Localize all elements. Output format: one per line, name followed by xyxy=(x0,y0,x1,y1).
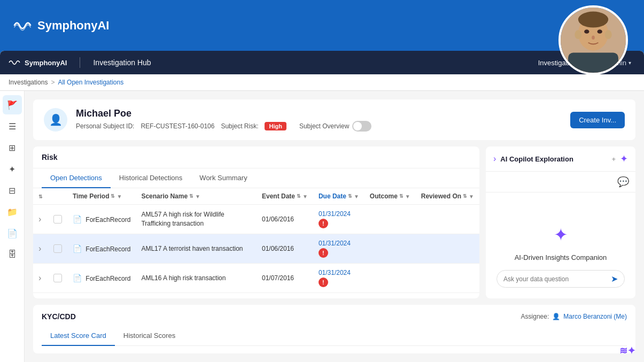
row-source-2: 📄 ForEachRecord xyxy=(67,264,136,293)
risk-tabs-row: Open Detections Historical Detections Wo… xyxy=(33,168,479,188)
ai-panel-title: AI Copilot Exploration xyxy=(500,155,607,163)
row-chevron-0[interactable]: › xyxy=(33,205,48,234)
profile-avatar-icon: 👤 xyxy=(49,113,63,126)
breadcrumb: Investigations > All Open Investigations xyxy=(0,74,644,91)
profile-risk-label: Subject Risk: xyxy=(221,122,258,130)
overdue-badge: ! xyxy=(319,248,328,258)
tab-historical-scores-label: Historical Scores xyxy=(123,332,176,340)
col-checkbox xyxy=(48,188,67,205)
svg-point-2 xyxy=(578,12,608,28)
symphony-watermark: ≋✦ xyxy=(619,345,635,357)
assignee-icon: 👤 xyxy=(552,313,560,320)
profile-id-label: Personal Subject ID: xyxy=(76,122,134,130)
ai-send-button[interactable]: ➤ xyxy=(611,274,618,284)
ai-panel-header: › AI Copilot Exploration + ✦ xyxy=(486,147,635,172)
row-due-date-1: 01/31/2024 ! xyxy=(313,234,364,264)
avatar-face xyxy=(561,7,626,73)
ai-data-question-input[interactable] xyxy=(503,275,607,283)
row-outcome-1 xyxy=(364,234,416,264)
profile-meta: Personal Subject ID: REF-CUSTEST-160-010… xyxy=(76,121,371,132)
ai-panel-body: ✦ AI-Driven Insights Companion ➤ xyxy=(486,192,635,298)
sidebar-item-flag[interactable]: 🚩 xyxy=(3,95,22,114)
ai-chat-bubble-icon[interactable]: 💬 xyxy=(617,176,629,188)
user-avatar xyxy=(558,5,628,75)
tab-open-detections[interactable]: Open Detections xyxy=(42,168,111,188)
ai-panel: › AI Copilot Exploration + ✦ 💬 ✦ AI-Driv… xyxy=(486,147,635,298)
table-row: › 📄 ForEachRecord AML57 A high risk for … xyxy=(33,205,479,234)
tab-work-summary[interactable]: Work Summary xyxy=(191,168,255,188)
kyc-section: KYC/CDD Assignee: 👤 Marco Beranzoni (Me)… xyxy=(33,305,635,353)
profile-risk-badge: High xyxy=(265,122,286,130)
sidebar-item-network[interactable]: ✦ xyxy=(3,159,22,179)
doc-icon-2: 📄 xyxy=(73,274,82,282)
admin-chevron: ▾ xyxy=(629,60,631,66)
col-outcome: Outcome ⇅▼ xyxy=(364,188,416,205)
svg-point-7 xyxy=(592,36,595,40)
detections-table: ⇅ Time Period ⇅▼ Scenario Name ⇅▼ xyxy=(33,188,479,293)
ai-sparkle-large-icon: ✦ xyxy=(554,225,568,245)
nav-logo-text: SymphonyAI xyxy=(25,59,67,67)
sidebar-item-database[interactable]: 🗄 xyxy=(3,245,22,264)
ai-expand-icon: › xyxy=(493,154,496,164)
row-event-date-0: 01/06/2016 xyxy=(257,205,313,234)
tab-historical-label: Historical Detections xyxy=(119,174,183,182)
col-expand: ⇅ xyxy=(33,188,48,205)
breadcrumb-root[interactable]: Investigations xyxy=(9,79,48,86)
breadcrumb-current: All Open Investigations xyxy=(58,79,123,86)
svg-point-6 xyxy=(598,29,602,34)
svg-point-5 xyxy=(584,29,589,34)
breadcrumb-separator: > xyxy=(51,79,55,86)
assignee-label: Assignee: xyxy=(521,313,549,320)
doc-icon-1: 📄 xyxy=(73,244,82,253)
tab-historical-scores[interactable]: Historical Scores xyxy=(115,326,184,346)
sidebar-item-grid[interactable]: ⊞ xyxy=(3,138,22,157)
row-checkbox-2[interactable] xyxy=(48,264,67,293)
tab-historical-detections[interactable]: Historical Detections xyxy=(111,168,191,188)
app-wrapper: SymphonyAI Investigation Hub Investigati… xyxy=(0,51,644,362)
kyc-header: KYC/CDD Assignee: 👤 Marco Beranzoni (Me) xyxy=(42,312,627,321)
row-chevron-2[interactable]: › xyxy=(33,264,48,293)
col-reviewed-on: Reviewed On ⇅▼ xyxy=(416,188,479,205)
table-header-row: ⇅ Time Period ⇅▼ Scenario Name ⇅▼ xyxy=(33,188,479,205)
ai-plus-button[interactable]: + xyxy=(611,155,616,163)
content-area: 🚩 ☰ ⊞ ✦ ⊟ 📁 📄 🗄 👤 Michael Poe xyxy=(0,91,644,362)
sidebar: 🚩 ☰ ⊞ ✦ ⊟ 📁 📄 🗄 xyxy=(0,91,25,362)
col-event-date: Event Date ⇅▼ xyxy=(257,188,313,205)
create-investigation-button[interactable]: Create Inv... xyxy=(570,112,625,128)
risk-section: Risk Open Detections Historical Detectio… xyxy=(33,147,635,298)
profile-section: 👤 Michael Poe Personal Subject ID: REF-C… xyxy=(33,99,635,140)
nav-bar: SymphonyAI Investigation Hub Investigati… xyxy=(0,51,644,74)
ai-magic-icon: ✦ xyxy=(620,153,628,165)
kyc-title: KYC/CDD xyxy=(42,312,76,321)
row-due-date-2: 01/31/2024 ! xyxy=(313,264,364,293)
ai-companion-label: AI-Driven Insights Companion xyxy=(515,253,607,261)
svg-point-4 xyxy=(605,30,612,39)
sidebar-item-list[interactable]: ☰ xyxy=(3,117,22,136)
svg-point-3 xyxy=(575,30,581,39)
sidebar-item-layers[interactable]: ⊟ xyxy=(3,181,22,200)
row-event-date-2: 01/07/2016 xyxy=(257,264,313,293)
overview-toggle-switch[interactable] xyxy=(352,121,371,132)
table-row: › 📄 ForEachRecord AML16 A high risk tran… xyxy=(33,264,479,293)
ai-input-row: ➤ xyxy=(496,270,625,288)
row-reviewed-2 xyxy=(416,264,479,293)
risk-panel-header: Risk xyxy=(33,147,479,168)
profile-name: Michael Poe xyxy=(76,108,371,119)
nav-logo: SymphonyAI xyxy=(9,58,67,67)
row-reviewed-0 xyxy=(416,205,479,234)
overview-label: Subject Overview xyxy=(299,122,349,130)
row-chevron-1[interactable]: › xyxy=(33,234,48,264)
row-checkbox-0[interactable] xyxy=(48,205,67,234)
col-scenario-name: Scenario Name ⇅▼ xyxy=(136,188,257,205)
main-content: 👤 Michael Poe Personal Subject ID: REF-C… xyxy=(25,91,644,362)
row-checkbox-1[interactable] xyxy=(48,234,67,264)
sidebar-item-document[interactable]: 📄 xyxy=(3,224,22,243)
row-scenario-0: AML57 A high risk for Wildlife Trafficki… xyxy=(136,205,257,234)
row-outcome-2 xyxy=(364,264,416,293)
kyc-tabs: Latest Score Card Historical Scores xyxy=(42,326,627,346)
tab-open-detections-label: Open Detections xyxy=(50,174,102,182)
svg-rect-8 xyxy=(568,52,618,73)
overdue-badge: ! xyxy=(319,278,328,287)
sidebar-item-folder[interactable]: 📁 xyxy=(3,202,22,221)
tab-latest-scorecard[interactable]: Latest Score Card xyxy=(42,326,115,346)
